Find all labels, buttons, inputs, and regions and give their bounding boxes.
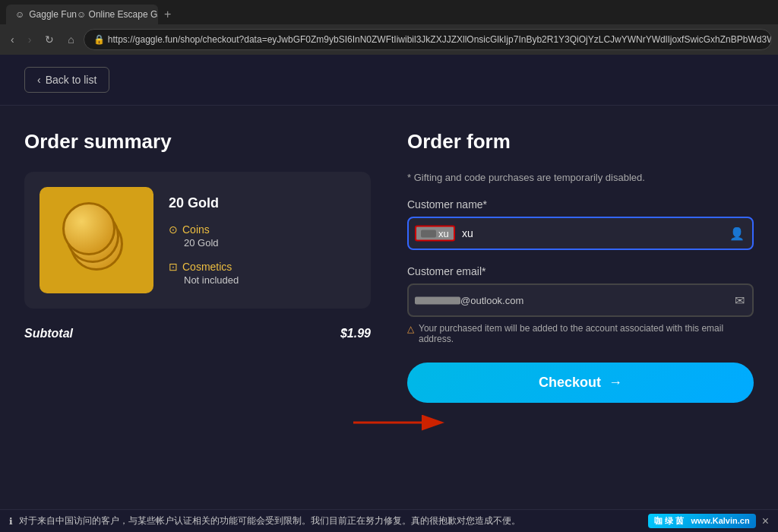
feature-coins: ⊙ Coins 20 Gold bbox=[169, 223, 239, 249]
logo-url: www.Kalvin.cn bbox=[691, 516, 749, 525]
bottom-bar-close-button[interactable]: × bbox=[762, 515, 769, 528]
cosmetics-label: ⊡ Cosmetics bbox=[169, 261, 239, 273]
subtotal-label: Subtotal bbox=[24, 327, 73, 340]
product-details: 20 Gold ⊙ Coins 20 Gold ⊡ bbox=[169, 187, 239, 293]
product-card: 20 Gold ⊙ Coins 20 Gold ⊡ bbox=[24, 172, 371, 309]
checkout-arrow-icon: → bbox=[609, 375, 622, 391]
cosmetics-icon: ⊡ bbox=[169, 261, 178, 273]
coin-stack-image bbox=[59, 210, 134, 271]
email-icon: ✉ bbox=[735, 293, 745, 308]
product-image bbox=[40, 187, 153, 293]
coins-value: 20 Gold bbox=[169, 237, 239, 249]
coins-icon: ⊙ bbox=[169, 223, 178, 236]
nav-back-button[interactable]: ‹ bbox=[6, 30, 19, 49]
order-form-section: Order form * Gifting and code purchases … bbox=[407, 130, 754, 485]
customer-name-input[interactable] bbox=[407, 217, 754, 250]
url-text: https://gaggle.fun/shop/checkout?data=ey… bbox=[108, 34, 772, 45]
order-summary-title: Order summary bbox=[24, 130, 371, 154]
product-name: 20 Gold bbox=[169, 195, 239, 211]
checkout-button[interactable]: Checkout → bbox=[407, 363, 754, 403]
checkout-label: Checkout bbox=[539, 375, 601, 391]
nav-forward-button[interactable]: › bbox=[24, 30, 36, 49]
warning-icon: △ bbox=[407, 324, 414, 334]
address-bar[interactable]: 🔒 https://gaggle.fun/shop/checkout?data=… bbox=[84, 29, 772, 50]
subtotal-value: $1.99 bbox=[340, 327, 371, 340]
customer-name-input-wrapper: xu 👤 bbox=[407, 217, 754, 250]
form-notice: * Gifting and code purchases are tempora… bbox=[407, 172, 754, 183]
customer-email-group: Customer email* @outlook.com ✉ △ Your pu… bbox=[407, 265, 754, 344]
coins-label: ⊙ Coins bbox=[169, 223, 239, 236]
new-tab-button[interactable]: + bbox=[158, 5, 177, 24]
subtotal-row: Subtotal $1.99 bbox=[24, 327, 371, 340]
customer-email-input[interactable] bbox=[407, 283, 754, 317]
info-icon: ℹ bbox=[9, 516, 13, 527]
email-hint: △ Your purchased item will be added to t… bbox=[407, 323, 754, 344]
order-form-title: Order form bbox=[407, 130, 754, 154]
lock-icon: 🔒 bbox=[93, 34, 105, 45]
cosmetics-value: Not included bbox=[169, 274, 239, 286]
order-summary-section: Order summary 20 Gold bbox=[24, 130, 371, 485]
customer-name-group: Customer name* xu 👤 bbox=[407, 198, 754, 250]
feature-cosmetics: ⊡ Cosmetics Not included bbox=[169, 261, 239, 286]
brand-text: 咖 绿 茵 bbox=[654, 516, 684, 525]
browser-tabs: ☺ Gaggle Fun☺ Online Escape Games, Party… bbox=[0, 0, 778, 24]
person-icon: 👤 bbox=[729, 226, 745, 241]
tab-title: Gaggle Fun☺ Online Escape Games, Party G… bbox=[29, 9, 158, 20]
bottom-bar-logo: 咖 绿 茵 www.Kalvin.cn bbox=[648, 514, 756, 528]
bottom-bar-info-text: 对于来自中国访问的客户，与某些帐户认证相关的功能可能会受到限制。我们目前正在努力… bbox=[19, 515, 642, 527]
nav-reload-button[interactable]: ↻ bbox=[40, 30, 59, 49]
customer-email-input-wrapper: @outlook.com ✉ bbox=[407, 283, 754, 317]
bottom-bar: ℹ 对于来自中国访问的客户，与某些帐户认证相关的功能可能会受到限制。我们目前正在… bbox=[0, 509, 778, 532]
active-tab[interactable]: ☺ Gaggle Fun☺ Online Escape Games, Party… bbox=[6, 5, 158, 24]
customer-name-label: Customer name* bbox=[407, 198, 754, 211]
coin-1 bbox=[62, 202, 115, 255]
back-icon: ‹ bbox=[37, 74, 41, 86]
back-to-list-button[interactable]: ‹ Back to list bbox=[24, 67, 109, 93]
tab-favicon: ☺ bbox=[15, 9, 24, 20]
customer-email-label: Customer email* bbox=[407, 265, 754, 277]
nav-home-button[interactable]: ⌂ bbox=[63, 30, 78, 49]
browser-controls: ‹ › ↻ ⌂ 🔒 https://gaggle.fun/shop/checko… bbox=[0, 24, 778, 55]
back-button-label: Back to list bbox=[46, 74, 97, 86]
page-header: ‹ Back to list bbox=[0, 55, 778, 106]
